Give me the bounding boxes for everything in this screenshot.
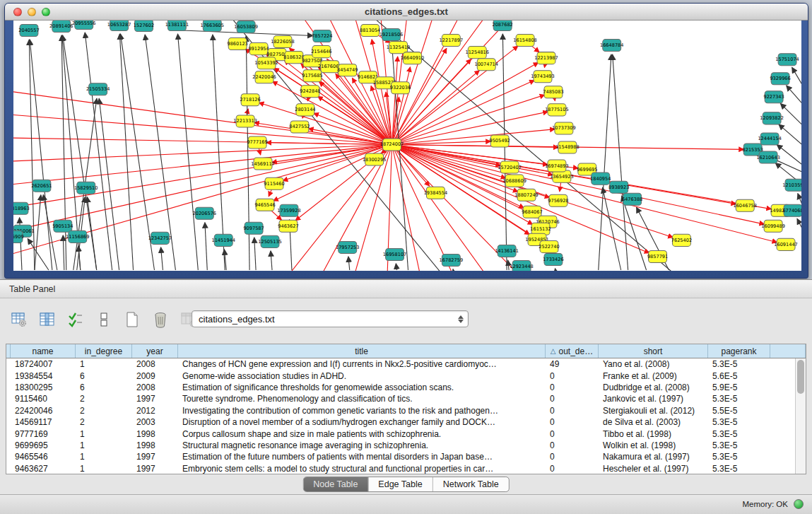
table-cell[interactable]: 1997 <box>132 451 178 462</box>
graph-node[interactable]: 5905134 <box>52 220 73 232</box>
table-cell[interactable]: 18724007 <box>11 358 76 370</box>
column-header-title[interactable]: title <box>178 344 546 358</box>
new-column-icon[interactable] <box>123 310 141 329</box>
graph-node[interactable]: 17359928 <box>277 204 300 216</box>
graph-node[interactable]: 7485083 <box>543 86 563 98</box>
graph-node[interactable]: 18226058 <box>271 36 294 48</box>
graph-node[interactable]: 9463627 <box>278 220 298 232</box>
table-cell[interactable]: 1998 <box>132 440 178 451</box>
select-rows-icon[interactable] <box>66 310 85 329</box>
graph-node[interactable]: 16648784 <box>600 40 623 52</box>
tab-node-table[interactable]: Node Table <box>303 477 368 491</box>
graph-node[interactable]: 10543392 <box>254 57 278 69</box>
table-cell[interactable]: 1 <box>76 451 132 462</box>
graph-node[interactable]: 8427552 <box>289 121 310 133</box>
table-cell[interactable]: 22420046 <box>11 405 76 416</box>
table-cell[interactable]: 1 <box>76 428 132 439</box>
graph-node[interactable]: 9227343 <box>763 91 784 103</box>
graph-node[interactable]: 7857224 <box>312 30 332 42</box>
column-header-out_de[interactable]: △out_de… <box>546 344 599 358</box>
graph-node[interactable]: 6476388 <box>622 193 642 205</box>
table-cell[interactable]: 1 <box>76 463 132 474</box>
table-cell[interactable]: 6 <box>76 370 132 381</box>
graph-node[interactable]: 2040557 <box>18 25 39 37</box>
table-cell[interactable]: 0 <box>546 428 599 439</box>
table-cell[interactable]: 5.3E-5 <box>708 416 770 428</box>
table-cell[interactable]: 2012 <box>132 405 178 416</box>
graph-node[interactable]: 11254816 <box>465 47 488 59</box>
table-row[interactable]: 969969511998Structural magnetic resonanc… <box>6 440 806 451</box>
graph-node[interactable]: 17957253 <box>336 241 359 253</box>
table-row[interactable]: 946362711997Embryonic stem cells: a mode… <box>6 463 806 474</box>
graph-node[interactable]: 8454749 <box>337 64 358 76</box>
table-cell[interactable]: Tourette syndrome. Phenomenology and cla… <box>178 393 546 404</box>
table-cell[interactable]: de Silva et al. (2003) <box>599 416 708 428</box>
graph-node[interactable]: 10653287 <box>107 21 131 31</box>
table-cell[interactable]: 49 <box>546 358 599 370</box>
graph-node[interactable]: 20891406 <box>49 21 73 33</box>
table-cell[interactable]: 2009 <box>132 370 178 381</box>
graph-node[interactable]: 12217897 <box>440 35 463 47</box>
graph-node[interactable]: 16053809 <box>234 21 257 33</box>
table-row[interactable]: 1456911722003Disruption of a novel membe… <box>6 416 806 428</box>
graph-node[interactable]: 8813054 <box>360 25 380 37</box>
graph-node[interactable]: 12093822 <box>760 112 783 124</box>
table-cell[interactable]: Genome-wide association studies in ADHD. <box>178 370 546 381</box>
graph-node[interactable]: 19743493 <box>531 71 554 83</box>
table-cell[interactable]: 18300295 <box>11 382 76 393</box>
table-cell[interactable]: Franke et al. (2009) <box>599 370 708 381</box>
graph-node[interactable]: 16210643 <box>756 151 779 163</box>
graph-node[interactable]: 2718126 <box>240 94 260 106</box>
row-height-icon[interactable] <box>95 310 113 329</box>
graph-node[interactable]: 2620651 <box>31 180 52 192</box>
table-cell[interactable]: Stergiakouli et al. (2012) <box>599 405 708 416</box>
table-cell[interactable]: Dudbridge et al. (2008) <box>599 382 708 393</box>
table-cell[interactable]: 0 <box>546 393 599 404</box>
graph-node[interactable]: 18300295 <box>363 153 386 165</box>
table-cell[interactable]: Yano et al. (2008) <box>599 358 708 370</box>
table-cell[interactable]: 5.3E-5 <box>708 440 770 451</box>
graph-node[interactable]: 9756928 <box>548 194 568 206</box>
graph-node[interactable]: 9505492 <box>490 135 510 147</box>
graph-node[interactable]: 19218506 <box>379 29 403 41</box>
table-cell[interactable]: 5.3E-5 <box>708 393 770 404</box>
table-row[interactable]: 1872400712008Changes of HCN gene express… <box>6 358 806 370</box>
graph-node[interactable]: 20206576 <box>193 207 216 219</box>
graph-node[interactable]: 9322036 <box>390 82 411 94</box>
delete-column-icon[interactable] <box>151 310 170 329</box>
graph-node[interactable]: 9097587 <box>243 222 264 234</box>
graph-node[interactable]: 18775105 <box>545 104 568 116</box>
column-header-in_degree[interactable]: in_degree <box>76 344 132 358</box>
graph-node[interactable]: 18807249 <box>514 189 538 201</box>
table-cell[interactable]: 5.3E-5 <box>708 451 770 462</box>
table-cell[interactable]: 14569117 <box>11 416 76 428</box>
graph-node[interactable]: 21505334 <box>86 83 110 95</box>
column-header-short[interactable]: short <box>599 344 708 358</box>
graph-node[interactable]: 16974893 <box>545 160 568 172</box>
table-cell[interactable]: Corpus callosum shape and size in male p… <box>178 428 546 439</box>
table-row[interactable]: 1830029562008Estimation of significance … <box>6 382 806 393</box>
graph-node[interactable]: 16099489 <box>761 220 784 232</box>
graph-node[interactable]: 20955556 <box>72 21 95 30</box>
table-cell[interactable]: 1 <box>76 440 132 451</box>
graph-node[interactable]: 9857791 <box>647 250 668 262</box>
table-row[interactable]: 1938455462009Genome-wide association stu… <box>6 370 806 381</box>
table-cell[interactable]: 2 <box>76 393 132 404</box>
table-row[interactable]: 2242004622012Investigating the contribut… <box>6 405 806 416</box>
tab-network-table[interactable]: Network Table <box>433 477 509 491</box>
graph-node[interactable]: 9115460 <box>264 177 284 189</box>
table-cell[interactable]: 0 <box>546 416 599 428</box>
table-cell[interactable]: 2 <box>76 405 132 416</box>
graph-node[interactable]: 15751074 <box>775 54 799 66</box>
graph-node[interactable]: 12103594 <box>782 179 801 191</box>
graph-node[interactable]: 11325419 <box>387 42 410 54</box>
graph-node[interactable]: 16154808 <box>513 35 536 47</box>
table-cell[interactable]: 0 <box>546 463 599 474</box>
graph-node[interactable]: 2087682 <box>492 21 512 31</box>
table-cell[interactable]: 9115460 <box>11 393 76 404</box>
graph-node[interactable]: 18724007 <box>380 139 404 151</box>
graph-node[interactable]: 16091447 <box>774 238 797 250</box>
graph-node[interactable]: 10688609 <box>502 175 526 187</box>
graph-node[interactable]: 11451944 <box>211 234 235 246</box>
graph-node[interactable]: 2154646 <box>311 46 331 58</box>
